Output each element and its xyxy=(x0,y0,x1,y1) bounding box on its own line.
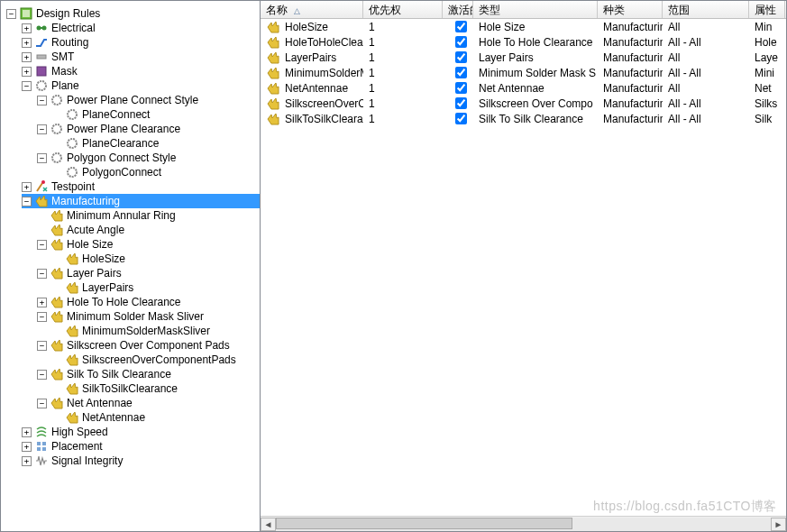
scroll-left-button[interactable]: ◄ xyxy=(261,518,276,531)
col-type[interactable]: 类型 xyxy=(473,1,598,18)
smt-icon xyxy=(34,50,49,64)
expander-icon[interactable]: − xyxy=(37,96,47,105)
manufacturing-icon xyxy=(50,237,64,252)
col-name[interactable]: 名称 △ xyxy=(261,1,363,18)
tree-label: Plane xyxy=(51,79,79,92)
enabled-checkbox[interactable] xyxy=(455,21,467,32)
tree-planeconnect[interactable]: PlaneConnect xyxy=(52,107,260,122)
tree-highspeed[interactable]: + High Speed xyxy=(22,425,260,439)
expander-icon[interactable]: + xyxy=(22,52,32,62)
tree-msms-rule[interactable]: MinimumSolderMaskSliver xyxy=(52,324,260,338)
manufacturing-icon xyxy=(50,223,64,237)
cell-name-text: LayerPairs xyxy=(285,51,336,64)
tree-label: Testpoint xyxy=(51,180,95,193)
enabled-checkbox[interactable] xyxy=(455,82,467,94)
table-row[interactable]: NetAntennae1Net AntennaeManufacturingAll… xyxy=(261,80,786,96)
tree-label: PlaneClearance xyxy=(82,137,159,150)
tree-netant[interactable]: − Net Antennae xyxy=(37,396,260,410)
col-priority[interactable]: 优先权 xyxy=(363,1,443,18)
table-row[interactable]: SilkToSilkClearance1Silk To Silk Clearan… xyxy=(261,111,786,126)
tree-layerpairs-rule[interactable]: LayerPairs xyxy=(52,280,260,295)
tree-socp[interactable]: − Silkscreen Over Component Pads xyxy=(37,338,260,353)
scroll-thumb[interactable] xyxy=(276,518,572,529)
tree-h2h[interactable]: + Hole To Hole Clearance xyxy=(37,295,260,309)
enabled-checkbox[interactable] xyxy=(455,51,467,63)
cell-priority: 1 xyxy=(363,50,443,65)
tree-msms[interactable]: − Minimum Solder Mask Sliver xyxy=(37,309,260,324)
grid-body[interactable]: HoleSize1Hole SizeManufacturingAllMin Ho… xyxy=(261,19,786,516)
expander-icon[interactable]: + xyxy=(22,456,32,466)
table-row[interactable]: MinimumSolderMask1Minimum Solder Mask SM… xyxy=(261,65,786,80)
col-enabled[interactable]: 激活的 xyxy=(443,1,473,18)
tree-testpoint[interactable]: + Testpoint xyxy=(22,179,260,194)
tree-polygonconnect[interactable]: PolygonConnect xyxy=(52,165,260,179)
table-row[interactable]: LayerPairs1Layer PairsManufacturingAllLa… xyxy=(261,50,786,65)
enabled-checkbox[interactable] xyxy=(455,67,467,78)
manufacturing-icon xyxy=(65,353,79,367)
expander-icon[interactable]: + xyxy=(22,38,32,48)
svg-point-13 xyxy=(68,168,77,177)
rules-tree[interactable]: − Design Rules + Electri xyxy=(1,1,261,531)
tree-holesize-rule[interactable]: HoleSize xyxy=(52,252,260,266)
expander-icon[interactable]: − xyxy=(37,312,47,322)
tree-pcs[interactable]: − Polygon Connect Style xyxy=(37,151,260,165)
cell-name-text: HoleSize xyxy=(285,21,328,33)
expander-icon[interactable]: + xyxy=(22,442,32,452)
table-row[interactable]: HoleToHoleClearanc1Hole To Hole Clearanc… xyxy=(261,34,786,50)
tree-manufacturing[interactable]: − Manufacturing xyxy=(22,194,260,208)
cell-name: LayerPairs xyxy=(261,50,363,65)
enabled-checkbox[interactable] xyxy=(455,113,467,124)
col-kind[interactable]: 种类 xyxy=(598,1,663,18)
tree-ppcs[interactable]: − Power Plane Connect Style xyxy=(37,93,260,107)
grid-header[interactable]: 名称 △ 优先权 激活的 类型 种类 范围 属性 xyxy=(261,1,786,19)
expander-icon[interactable]: + xyxy=(37,298,47,307)
expander-icon[interactable]: − xyxy=(6,9,16,19)
col-attr[interactable]: 属性 xyxy=(749,1,785,18)
tree-label: SilkToSilkClearance xyxy=(82,382,178,395)
tree-routing[interactable]: + Routing xyxy=(22,35,260,50)
tree-acute[interactable]: Acute Angle xyxy=(37,223,260,237)
tree-si[interactable]: + Signal Integrity xyxy=(22,454,260,468)
tree-holesize[interactable]: − Hole Size xyxy=(37,237,260,252)
scroll-track[interactable] xyxy=(276,518,771,531)
tree-plane[interactable]: − Plane xyxy=(22,78,260,93)
expander-icon[interactable]: + xyxy=(22,67,32,77)
expander-icon[interactable]: − xyxy=(37,240,47,250)
tree-s2s-rule[interactable]: SilkToSilkClearance xyxy=(52,381,260,396)
tree-planeclearance[interactable]: PlaneClearance xyxy=(52,136,260,151)
expander-icon[interactable]: + xyxy=(22,427,32,437)
expander-icon[interactable]: + xyxy=(22,182,32,192)
tree-smt[interactable]: + SMT xyxy=(22,50,260,64)
tree-root[interactable]: − Design Rules xyxy=(6,6,260,21)
table-row[interactable]: SilkscreenOverComp1Silkscreen Over Compo… xyxy=(261,96,786,111)
expander-icon[interactable]: − xyxy=(37,399,47,408)
enabled-checkbox[interactable] xyxy=(455,36,467,48)
table-row[interactable]: HoleSize1Hole SizeManufacturingAllMin xyxy=(261,19,786,34)
tree-mar[interactable]: Minimum Annular Ring xyxy=(37,208,260,223)
tree-ppc[interactable]: − Power Plane Clearance xyxy=(37,122,260,136)
tree-mask[interactable]: + Mask xyxy=(22,64,260,78)
expander-icon[interactable]: − xyxy=(37,341,47,351)
tree-netant-rule[interactable]: NetAntennae xyxy=(52,410,260,425)
expander-icon[interactable]: − xyxy=(37,370,47,380)
tree-electrical[interactable]: + Electrical xyxy=(22,21,260,35)
expander-icon[interactable]: − xyxy=(37,124,47,134)
manufacturing-icon xyxy=(65,280,79,295)
scroll-right-button[interactable]: ► xyxy=(771,518,786,531)
expander-icon[interactable]: + xyxy=(22,23,32,33)
horizontal-scrollbar[interactable]: ◄ ► xyxy=(261,516,786,531)
plane-icon xyxy=(65,136,79,151)
tree-placement[interactable]: + Placement xyxy=(22,439,260,454)
expander-icon[interactable]: − xyxy=(22,81,32,91)
expander-icon[interactable]: − xyxy=(37,153,47,163)
enabled-checkbox[interactable] xyxy=(455,97,467,109)
col-scope[interactable]: 范围 xyxy=(663,1,749,18)
tree-label: SilkscreenOverComponentPads xyxy=(82,353,236,366)
tree-layerpairs[interactable]: − Layer Pairs xyxy=(37,266,260,280)
cell-name: SilkToSilkClearance xyxy=(261,111,363,126)
tree-s2s[interactable]: − Silk To Silk Clearance xyxy=(37,367,260,381)
expander-icon[interactable]: − xyxy=(37,269,47,279)
tree-label: SMT xyxy=(51,50,74,63)
expander-icon[interactable]: − xyxy=(22,197,32,206)
tree-socp-rule[interactable]: SilkscreenOverComponentPads xyxy=(52,353,260,367)
